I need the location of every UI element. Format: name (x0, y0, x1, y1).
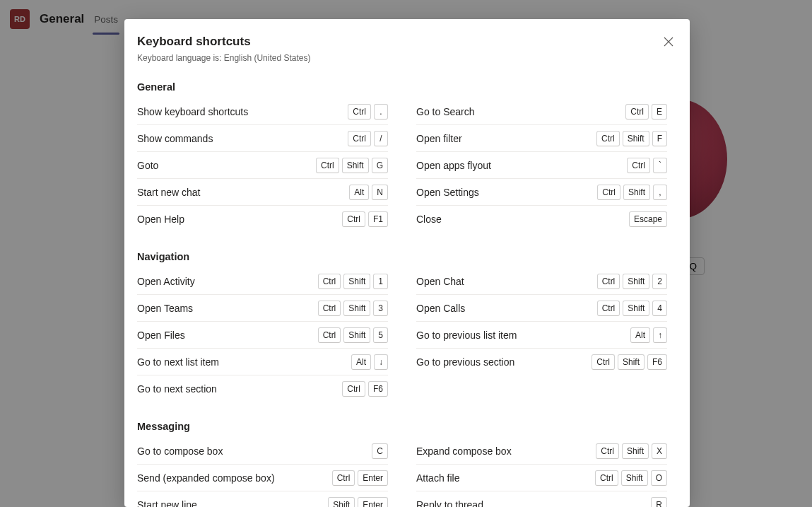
key: Shift (343, 274, 370, 289)
shortcut-label: Go to previous list item (416, 330, 517, 341)
key: F6 (368, 381, 388, 397)
shortcut-label: Go to next section (137, 383, 217, 395)
key: 2 (652, 274, 667, 289)
section-heading: Messaging (137, 421, 667, 432)
shortcut-row: Go to previous list itemAlt↑ (416, 322, 667, 349)
key: Ctrl (318, 327, 341, 343)
shortcut-label: Attach file (416, 472, 459, 484)
key: ` (653, 158, 667, 173)
shortcut-columns: Open ActivityCtrlShift1Open TeamsCtrlShi… (137, 268, 667, 402)
shortcut-label: Open Settings (416, 187, 479, 198)
shortcut-label: Close (416, 214, 442, 225)
shortcut-keys: CtrlF1 (342, 211, 388, 227)
shortcut-label: Go to previous section (416, 356, 514, 368)
dialog-scroll-area[interactable]: Keyboard shortcuts Keyboard language is:… (124, 19, 690, 507)
key: Ctrl (627, 158, 650, 173)
shortcut-columns: Show keyboard shortcutsCtrl.Show command… (137, 98, 667, 233)
shortcut-row: Go to SearchCtrlE (416, 98, 667, 125)
key: Shift (328, 497, 355, 507)
key: Ctrl (318, 301, 341, 316)
section-heading: General (137, 81, 667, 93)
shortcut-row: Start new lineShiftEnter (137, 491, 388, 507)
shortcut-label: Open Help (137, 214, 184, 225)
shortcut-keys: ShiftEnter (328, 497, 388, 507)
shortcut-keys: Ctrl. (348, 104, 388, 120)
key: / (374, 131, 388, 146)
shortcut-label: Go to Search (416, 106, 475, 117)
key: ↑ (653, 327, 667, 343)
shortcut-label: Go to compose box (137, 445, 223, 457)
shortcut-keys: CtrlEnter (332, 470, 388, 486)
shortcut-row: GotoCtrlShiftG (137, 152, 388, 179)
key: Ctrl (316, 158, 339, 173)
shortcut-keys: CtrlShift1 (318, 274, 388, 289)
key: Enter (358, 497, 388, 507)
shortcut-keys: Ctrl/ (348, 131, 388, 146)
key: Shift (621, 470, 648, 486)
shortcut-row: Attach fileCtrlShiftO (416, 465, 667, 491)
shortcut-row: Send (expanded compose box)CtrlEnter (137, 465, 388, 491)
key: 1 (373, 274, 388, 289)
key: Enter (358, 470, 388, 486)
key: Alt (349, 185, 369, 200)
shortcut-row: Go to next list itemAlt↓ (137, 349, 388, 375)
key: Ctrl (597, 185, 620, 200)
dialog-subtitle: Keyboard language is: English (United St… (137, 53, 667, 63)
shortcut-keys: CtrlE (625, 104, 667, 120)
key: Shift (623, 185, 650, 200)
shortcut-row: Reply to threadR (416, 491, 667, 507)
key: O (651, 470, 667, 486)
shortcut-label: Start new chat (137, 187, 201, 198)
shortcut-keys: Ctrl` (627, 158, 667, 173)
key: Ctrl (348, 104, 371, 120)
shortcut-keys: CtrlShift3 (318, 301, 388, 316)
key: Ctrl (596, 131, 620, 146)
shortcut-keys: R (651, 497, 667, 507)
shortcut-keys: Escape (629, 211, 667, 227)
key: Ctrl (348, 131, 371, 146)
shortcut-keys: Alt↓ (351, 354, 388, 370)
shortcut-row: Expand compose boxCtrlShiftX (416, 438, 667, 465)
shortcut-row: Open ActivityCtrlShift1 (137, 268, 388, 295)
key: Ctrl (597, 301, 620, 316)
shortcut-column: Show keyboard shortcutsCtrl.Show command… (137, 98, 388, 233)
key: Shift (623, 274, 649, 289)
key: X (652, 443, 667, 459)
key: Shift (623, 301, 649, 316)
shortcut-row: Open filterCtrlShiftF (416, 125, 667, 152)
shortcut-row: Open SettingsCtrlShift, (416, 179, 667, 206)
key: Shift (618, 354, 645, 370)
shortcut-row: Open TeamsCtrlShift3 (137, 295, 388, 322)
shortcut-column: Open ActivityCtrlShift1Open TeamsCtrlShi… (137, 268, 388, 402)
key: ↓ (374, 354, 388, 370)
key: C (372, 443, 388, 459)
key: F6 (647, 354, 667, 370)
key: G (372, 158, 388, 173)
key: 5 (373, 327, 388, 343)
shortcut-row: Open ChatCtrlShift2 (416, 268, 667, 295)
key: Shift (342, 158, 369, 173)
shortcut-label: Open filter (416, 133, 462, 144)
key: Ctrl (332, 470, 355, 486)
shortcut-keys: C (372, 443, 388, 459)
key: Alt (630, 327, 650, 343)
key: F (652, 131, 667, 146)
section-heading: Navigation (137, 251, 667, 262)
close-icon (664, 37, 673, 47)
shortcut-label: Reply to thread (416, 499, 483, 507)
key: Ctrl (592, 354, 615, 370)
key: Ctrl (597, 274, 620, 289)
key: R (651, 497, 667, 507)
shortcut-keys: CtrlShiftF6 (592, 354, 667, 370)
shortcut-columns: Go to compose boxCSend (expanded compose… (137, 438, 667, 507)
close-button[interactable] (663, 36, 674, 47)
shortcut-keys: CtrlShift2 (597, 274, 667, 289)
key: Ctrl (342, 211, 365, 227)
key: , (653, 185, 667, 200)
shortcut-row: Start new chatAltN (137, 179, 388, 206)
shortcut-label: Open Chat (416, 276, 464, 287)
shortcut-label: Show commands (137, 133, 213, 144)
key: Shift (623, 131, 649, 146)
shortcut-label: Go to next list item (137, 356, 219, 368)
shortcut-keys: CtrlShiftX (596, 443, 667, 459)
